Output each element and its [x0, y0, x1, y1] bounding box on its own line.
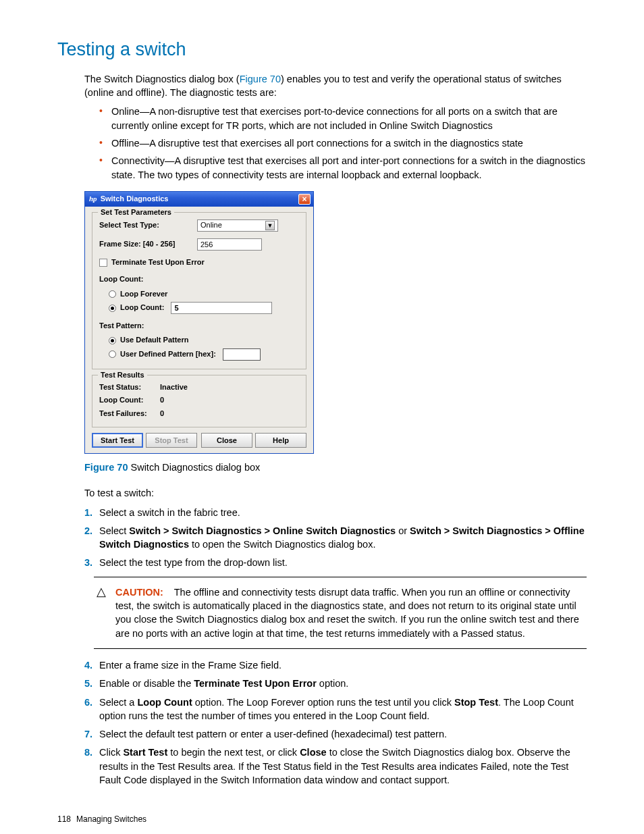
- loop-count-result-value: 0: [160, 395, 164, 405]
- set-test-parameters-group: Set Test Parameters Select Test Type: On…: [92, 212, 306, 369]
- step-item: Enter a frame size in the Frame Size fie…: [84, 658, 587, 672]
- loop-count-radio[interactable]: [109, 305, 116, 312]
- loop-forever-label: Loop Forever: [120, 289, 167, 299]
- to-test-intro: To test a switch:: [84, 486, 587, 500]
- menu-path: Switch > Switch Diagnostics > Online Swi…: [129, 525, 396, 536]
- step-text: Select: [99, 525, 129, 536]
- step-item: Click Start Test to begin the next test,…: [84, 746, 587, 787]
- intro-text-a: The Switch Diagnostics dialog box (: [84, 74, 240, 84]
- loop-count-input[interactable]: 5: [171, 302, 272, 314]
- user-pattern-radio[interactable]: [109, 350, 116, 358]
- close-button[interactable]: ×: [298, 194, 311, 205]
- stop-test-button[interactable]: Stop Test: [146, 433, 197, 448]
- button-name: Start Test: [123, 747, 167, 758]
- page-heading: Testing a switch: [57, 37, 587, 63]
- step-item: Select the default test pattern or enter…: [84, 727, 587, 741]
- section-name: Managing Switches: [76, 814, 146, 824]
- switch-diagnostics-dialog: hp Switch Diagnostics × Set Test Paramet…: [84, 191, 314, 454]
- step-item: Select Switch > Switch Diagnostics > Onl…: [84, 524, 587, 552]
- step-text: to open the Switch Diagnostics dialog bo…: [189, 539, 375, 550]
- step-text: to begin the next test, or click: [167, 747, 300, 758]
- test-status-value: Inactive: [160, 382, 188, 392]
- page-number: 118: [57, 814, 71, 824]
- step-text: Select a: [99, 697, 137, 708]
- chevron-down-icon[interactable]: ▼: [265, 221, 275, 230]
- caution-label: CAUTION:: [115, 587, 163, 598]
- default-pattern-radio[interactable]: [109, 337, 116, 344]
- step-item: Select a Loop Count option. The Loop For…: [84, 696, 587, 723]
- step-item: Select a switch in the fabric tree.: [84, 506, 587, 519]
- step-text: Enable or disable the: [99, 678, 194, 689]
- list-item: Online—A non-disruptive test that exerci…: [99, 105, 587, 132]
- loop-count-result-label: Loop Count:: [99, 395, 160, 405]
- frame-size-label: Frame Size: [40 - 256]: [99, 239, 197, 249]
- test-results-group: Test Results Test Status: Inactive Loop …: [92, 375, 306, 427]
- caution-icon: △: [97, 585, 109, 640]
- user-pattern-input[interactable]: [223, 348, 261, 361]
- step-item: Enable or disable the Terminate Test Upo…: [84, 677, 587, 690]
- caution-text: The offline and connectivity tests disru…: [115, 587, 579, 639]
- help-button[interactable]: Help: [255, 433, 306, 448]
- close-dialog-button[interactable]: Close: [201, 433, 252, 448]
- button-name: Close: [300, 747, 327, 758]
- test-failures-value: 0: [160, 409, 164, 419]
- test-failures-label: Test Failures:: [99, 409, 160, 419]
- figure-link[interactable]: Figure 70: [240, 74, 281, 84]
- dialog-title: Switch Diagnostics: [101, 194, 169, 204]
- option-name: Terminate Test Upon Error: [194, 678, 317, 689]
- hp-logo-icon: hp: [89, 194, 97, 204]
- list-item: Connectivity—A disruptive test that exer…: [99, 154, 587, 182]
- loop-forever-radio[interactable]: [109, 290, 116, 298]
- option-name: Loop Count: [137, 697, 192, 708]
- figure-caption-text: Switch Diagnostics dialog box: [128, 462, 260, 473]
- default-pattern-label: Use Default Pattern: [120, 335, 188, 345]
- step-item: Select the test type from the drop-down …: [84, 556, 587, 569]
- list-item: Offline—A disruptive test that exercises…: [99, 136, 587, 150]
- dropdown-value: Online: [200, 220, 222, 230]
- step-text: or: [396, 525, 410, 536]
- start-test-button[interactable]: Start Test: [92, 433, 143, 448]
- caution-block: △ CAUTION: The offline and connectivity …: [94, 577, 587, 649]
- group-legend: Set Test Parameters: [98, 207, 174, 217]
- intro-paragraph: The Switch Diagnostics dialog box (Figur…: [84, 72, 587, 100]
- frame-size-input[interactable]: 256: [197, 238, 262, 251]
- test-pattern-heading: Test Pattern:: [99, 321, 299, 331]
- test-type-dropdown[interactable]: Online ▼: [197, 219, 278, 232]
- dialog-title-bar: hp Switch Diagnostics ×: [85, 192, 313, 207]
- figure-label: Figure 70: [84, 462, 128, 473]
- diagnostic-tests-list: Online—A non-disruptive test that exerci…: [84, 105, 587, 181]
- group-legend: Test Results: [98, 370, 147, 380]
- loop-count-heading: Loop Count:: [99, 274, 299, 284]
- user-pattern-label: User Defined Pattern [hex]:: [120, 349, 216, 359]
- figure-caption: Figure 70 Switch Diagnostics dialog box: [84, 461, 587, 474]
- loop-count-radio-label: Loop Count:: [120, 303, 164, 313]
- step-text: Click: [99, 747, 123, 758]
- terminate-error-label: Terminate Test Upon Error: [111, 257, 205, 267]
- test-status-label: Test Status:: [99, 382, 160, 392]
- page-footer: 118Managing Switches: [57, 814, 587, 825]
- terminate-error-checkbox[interactable]: [99, 259, 107, 267]
- step-text: option. The Loop Forever option runs the…: [192, 697, 454, 708]
- button-name: Stop Test: [454, 697, 498, 708]
- step-text: option.: [317, 678, 349, 689]
- select-test-type-label: Select Test Type:: [99, 220, 197, 230]
